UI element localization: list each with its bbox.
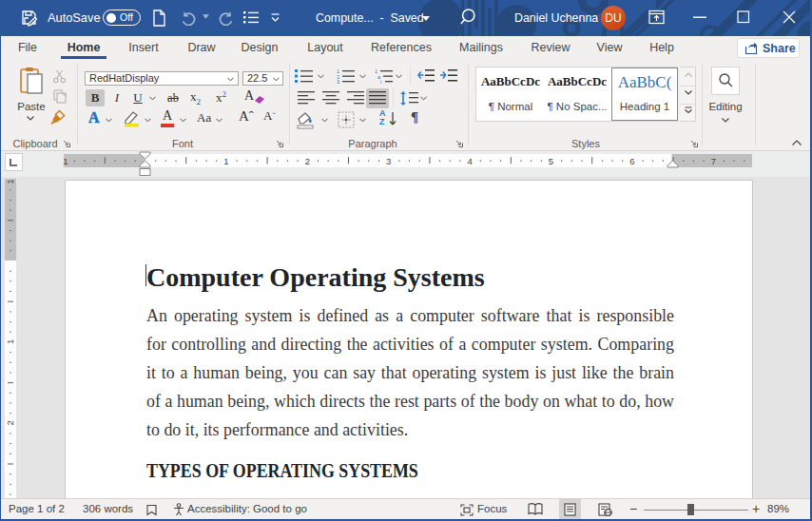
svg-text:3: 3 xyxy=(337,79,339,84)
svg-text:5: 5 xyxy=(549,156,553,166)
svg-text:i: i xyxy=(380,79,381,84)
svg-text:1: 1 xyxy=(223,156,228,166)
svg-text:2: 2 xyxy=(5,420,15,425)
svg-text:3: 3 xyxy=(386,156,391,166)
svg-text:7: 7 xyxy=(711,156,716,166)
svg-text:1: 1 xyxy=(5,339,15,344)
svg-text:2: 2 xyxy=(305,156,310,166)
svg-text:6: 6 xyxy=(629,156,634,166)
svg-text:1: 1 xyxy=(5,179,15,183)
svg-text:4: 4 xyxy=(467,156,472,166)
svg-text:1: 1 xyxy=(63,156,68,166)
